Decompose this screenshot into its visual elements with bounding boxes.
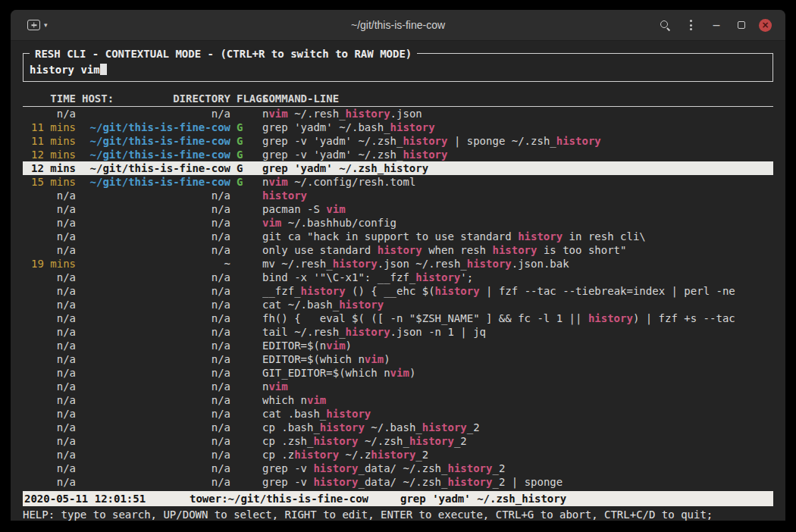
row-time: n/a	[23, 284, 76, 298]
table-row[interactable]: n/an/agrep -v history_data/ ~/.zsh_histo…	[23, 475, 773, 489]
row-flags	[237, 448, 256, 462]
row-directory: n/a	[82, 271, 230, 284]
row-time: n/a	[23, 325, 76, 339]
table-row[interactable]: n/an/aEDITOR=$(nvim)	[23, 339, 773, 352]
row-directory: n/a	[82, 421, 230, 434]
minimize-button[interactable]: −	[709, 17, 724, 33]
row-command: __fzf_history () { __ehc $(history | fzf…	[262, 284, 773, 298]
minimize-icon: −	[712, 20, 721, 30]
table-row[interactable]: n/an/anvim	[23, 380, 773, 393]
row-flags	[237, 366, 256, 380]
row-directory: ~/git/this-is-fine-cow	[82, 120, 230, 134]
table-row[interactable]: 15 mins~/git/this-is-fine-cowGnvim ~/.co…	[23, 175, 773, 189]
row-command: bind -x '"\C-x1": __fzf_history';	[262, 271, 773, 284]
table-row[interactable]: n/an/aonly use standard history when res…	[23, 243, 773, 257]
row-time: n/a	[23, 339, 76, 352]
table-row[interactable]: n/an/acp .zhistory ~/.zhistory_2	[23, 448, 773, 462]
search-box-title: RESH CLI - CONTEXTUAL MODE - (CTRL+R to …	[30, 47, 417, 61]
row-directory: n/a	[82, 434, 230, 448]
row-directory: n/a	[82, 216, 230, 230]
table-row[interactable]: n/an/apacman -S vim	[23, 202, 773, 216]
row-flags	[237, 311, 256, 325]
table-row[interactable]: n/an/acat .bash_history	[23, 407, 773, 421]
table-row[interactable]: 12 mins~/git/this-is-fine-cowGgrep -v 'y…	[23, 148, 773, 161]
row-time: 19 mins	[23, 257, 76, 271]
row-directory: n/a	[82, 284, 230, 298]
new-tab-button[interactable]: ▾	[24, 17, 51, 33]
row-time: n/a	[23, 202, 76, 216]
table-row[interactable]: n/an/acat ~/.bash_history	[23, 298, 773, 311]
row-directory: ~	[82, 257, 230, 271]
row-flags: G	[237, 161, 256, 175]
history-rows: n/an/anvim ~/.resh_history.json11 mins~/…	[23, 107, 773, 489]
search-button[interactable]	[657, 17, 673, 33]
table-row[interactable]: n/an/abind -x '"\C-x1": __fzf_history';	[23, 271, 773, 284]
row-time: n/a	[23, 421, 76, 434]
row-flags	[237, 339, 256, 352]
restore-button[interactable]	[735, 18, 748, 32]
row-command: only use standard history when resh hist…	[262, 243, 773, 257]
row-time: 15 mins	[23, 175, 76, 189]
status-location: tower:~/git/this-is-fine-cow	[190, 491, 400, 506]
table-row[interactable]: 12 mins~/git/this-is-fine-cowGgrep 'yadm…	[23, 161, 773, 175]
row-flags	[237, 189, 256, 202]
close-icon: ×	[761, 20, 769, 30]
row-command: cp .bash_history ~/.bash_history_2	[262, 421, 773, 434]
row-time: n/a	[23, 298, 76, 311]
table-row[interactable]: n/an/aEDITOR=$(which nvim)	[23, 352, 773, 366]
table-row[interactable]: n/an/atail ~/.resh_history.json -n 1 | j…	[23, 325, 773, 339]
table-row[interactable]: n/an/avim ~/.bashhub/config	[23, 216, 773, 230]
row-command: vim ~/.bashhub/config	[262, 216, 773, 230]
close-button[interactable]: ×	[759, 19, 772, 32]
terminal-content: RESH CLI - CONTEXTUAL MODE - (CTRL+R to …	[11, 41, 785, 521]
table-row[interactable]: 11 mins~/git/this-is-fine-cowGgrep -v 'y…	[23, 134, 773, 148]
titlebar: ▾ ~/git/this-is-fine-cow − ×	[11, 10, 785, 41]
row-command: which nvim	[262, 393, 773, 407]
row-command: EDITOR=$(which nvim)	[262, 352, 773, 366]
table-row[interactable]: n/an/aGIT_EDITOR=$(which nvim)	[23, 366, 773, 380]
search-input[interactable]: history vim	[30, 63, 766, 77]
row-command: grep -v 'yadm' ~/.zsh_history	[262, 148, 773, 161]
row-directory: n/a	[82, 393, 230, 407]
row-flags	[237, 325, 256, 339]
row-directory: n/a	[82, 407, 230, 421]
row-command: mv ~/.resh_history.json ~/.resh_history.…	[262, 257, 773, 271]
row-time: 12 mins	[23, 148, 76, 161]
table-row[interactable]: n/an/agit ca "hack in support to use sta…	[23, 230, 773, 243]
table-row[interactable]: n/an/agrep -v history_data/ ~/.zsh_histo…	[23, 462, 773, 475]
search-icon	[660, 20, 670, 30]
row-time: n/a	[23, 107, 76, 120]
table-row[interactable]: n/an/anvim ~/.resh_history.json	[23, 107, 773, 120]
row-directory: n/a	[82, 189, 230, 202]
menu-button[interactable]	[684, 17, 698, 33]
row-directory: n/a	[82, 352, 230, 366]
row-flags	[237, 421, 256, 434]
table-row[interactable]: n/an/awhich nvim	[23, 393, 773, 407]
text-cursor	[100, 64, 107, 75]
table-row[interactable]: 19 mins~mv ~/.resh_history.json ~/.resh_…	[23, 257, 773, 271]
row-flags	[237, 216, 256, 230]
table-row[interactable]: n/an/acp .bash_history ~/.bash_history_2	[23, 421, 773, 434]
row-time: n/a	[23, 216, 76, 230]
resh-search-box[interactable]: RESH CLI - CONTEXTUAL MODE - (CTRL+R to …	[23, 53, 773, 82]
row-time: 11 mins	[23, 120, 76, 134]
row-time: 11 mins	[23, 134, 76, 148]
row-time: n/a	[23, 380, 76, 393]
row-directory: n/a	[82, 475, 230, 489]
table-row[interactable]: n/an/acp .zsh_history ~/.zsh_history_2	[23, 434, 773, 448]
header-command-line: COMMAND-LINE	[262, 92, 773, 106]
row-flags	[237, 271, 256, 284]
table-row[interactable]: n/an/a__fzf_history () { __ehc $(history…	[23, 284, 773, 298]
table-row[interactable]: n/an/ahistory	[23, 189, 773, 202]
row-flags: G	[237, 175, 256, 189]
table-row[interactable]: 11 mins~/git/this-is-fine-cowGgrep 'yadm…	[23, 120, 773, 134]
header-host-directory: HOST:DIRECTORY	[82, 92, 230, 106]
row-directory: n/a	[82, 230, 230, 243]
row-command: history	[262, 189, 773, 202]
row-flags	[237, 230, 256, 243]
header-directory: DIRECTORY	[173, 92, 230, 106]
chevron-down-icon: ▾	[44, 21, 48, 29]
table-header: TIME HOST:DIRECTORY FLAGS COMMAND-LINE	[23, 92, 773, 107]
table-row[interactable]: n/an/afh() { eval $( ([ -n "$ZSH_NAME" ]…	[23, 311, 773, 325]
row-command: tail ~/.resh_history.json -n 1 | jq	[262, 325, 773, 339]
